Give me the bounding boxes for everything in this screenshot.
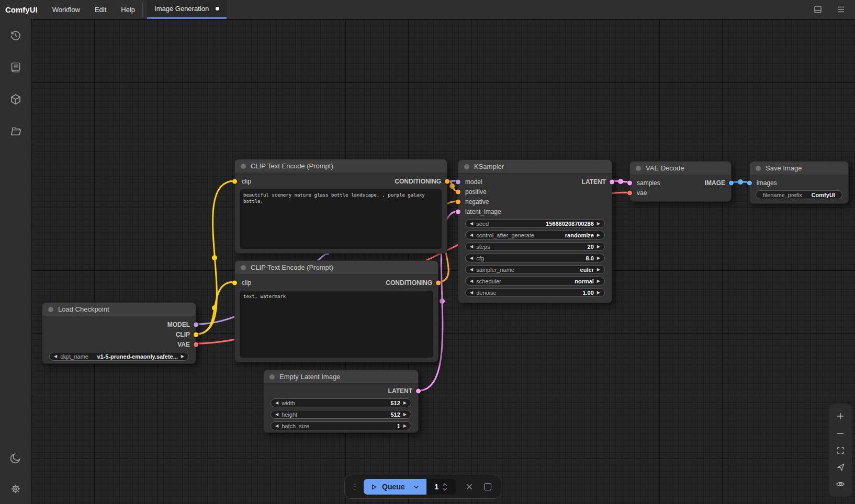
latent-output-port[interactable] [610, 179, 614, 184]
step-up-icon[interactable] [442, 483, 447, 486]
decrement-arrow-icon[interactable]: ◀ [54, 354, 57, 359]
cfg-widget[interactable]: ◀ cfg 8.0 ▶ [465, 254, 605, 262]
latent-output-port[interactable] [416, 388, 421, 393]
node-status-dot [636, 166, 641, 171]
increment-arrow-icon[interactable]: ▶ [403, 401, 407, 405]
workflows-folder-icon[interactable] [0, 115, 31, 147]
zoom-out-icon[interactable] [829, 429, 852, 438]
increment-arrow-icon[interactable]: ▶ [597, 291, 600, 295]
image-output-port[interactable] [729, 180, 734, 185]
increment-arrow-icon[interactable]: ▶ [597, 256, 600, 260]
decrement-arrow-icon[interactable]: ◀ [275, 413, 278, 417]
decrement-arrow-icon[interactable]: ◀ [470, 279, 473, 283]
increment-arrow-icon[interactable]: ▶ [597, 233, 600, 237]
output-label: CONDITIONING [386, 279, 432, 287]
node-clip-encode-negative[interactable]: CLIP Text Encode (Prompt) clip CONDITION… [234, 260, 438, 362]
vae-input-port[interactable] [627, 190, 632, 195]
decrement-arrow-icon[interactable]: ◀ [470, 233, 473, 237]
node-title: CLIP Text Encode (Prompt) [251, 264, 333, 271]
decrement-arrow-icon[interactable]: ◀ [470, 291, 473, 295]
negative-input-port[interactable] [456, 199, 460, 204]
decrement-arrow-icon[interactable]: ◀ [470, 256, 473, 260]
zoom-in-icon[interactable] [829, 411, 852, 421]
output-label: IMAGE [705, 179, 725, 187]
node-empty-latent-image[interactable]: Empty Latent Image LATENT ◀ width 512 ▶ … [263, 370, 419, 433]
clip-input-port[interactable] [232, 280, 237, 285]
app-logo[interactable]: ComfyUI [0, 0, 45, 19]
node-title: CLIP Text Encode (Prompt) [251, 162, 333, 170]
clip-input-port[interactable] [232, 179, 237, 184]
seed-widget[interactable]: ◀ seed 156680208700286 ▶ [465, 219, 605, 228]
negative-prompt-textarea[interactable]: text, watermark [240, 291, 433, 358]
input-label: positive [465, 188, 487, 196]
workflow-tab[interactable]: Image Generation [147, 0, 227, 19]
node-graph-canvas[interactable] [31, 19, 855, 504]
widget-value: 512 [390, 400, 400, 406]
positive-input-port[interactable] [456, 189, 460, 194]
steps-widget[interactable]: ◀ steps 20 ▶ [465, 242, 605, 251]
increment-arrow-icon[interactable]: ▶ [181, 354, 184, 359]
node-title: Empty Latent Image [279, 373, 340, 381]
model-input-port[interactable] [456, 179, 460, 184]
samples-input-port[interactable] [627, 180, 632, 185]
decrement-arrow-icon[interactable]: ◀ [470, 268, 473, 272]
height-widget[interactable]: ◀ height 512 ▶ [271, 410, 411, 419]
widget-value: v1-5-pruned-emaonly.safete... [97, 353, 177, 360]
menu-workflow[interactable]: Workflow [45, 0, 87, 19]
menu-help[interactable]: Help [114, 0, 142, 19]
clear-queue-icon[interactable] [465, 483, 474, 491]
step-down-icon[interactable] [442, 488, 447, 491]
decrement-arrow-icon[interactable]: ◀ [470, 245, 473, 249]
images-input-port[interactable] [747, 180, 752, 185]
menu-edit[interactable]: Edit [87, 0, 114, 19]
latent-image-input-port[interactable] [456, 209, 460, 214]
increment-arrow-icon[interactable]: ▶ [597, 245, 600, 249]
vae-output-port[interactable] [194, 342, 198, 347]
increment-arrow-icon[interactable]: ▶ [403, 413, 407, 417]
ckpt-name-widget[interactable]: ◀ ckpt_name v1-5-pruned-emaonly.safete..… [49, 352, 189, 361]
sampler-name-widget[interactable]: ◀ sampler_name euler ▶ [465, 265, 605, 274]
bottom-panel-icon[interactable] [813, 5, 823, 14]
clip-output-port[interactable] [194, 332, 198, 337]
toggle-link-visibility-eye-icon[interactable] [829, 479, 852, 489]
navigate-cursor-icon[interactable] [829, 463, 852, 472]
hamburger-menu-icon[interactable] [836, 5, 846, 14]
node-clip-encode-positive[interactable]: CLIP Text Encode (Prompt) clip CONDITION… [234, 159, 447, 254]
scheduler-widget[interactable]: ◀ scheduler normal ▶ [465, 277, 605, 285]
settings-gear-icon[interactable] [0, 474, 31, 504]
widget-value: 156680208700286 [546, 221, 594, 227]
unsaved-dot-icon [216, 7, 219, 10]
decrement-arrow-icon[interactable]: ◀ [470, 222, 473, 226]
decrement-arrow-icon[interactable]: ◀ [275, 424, 278, 428]
queue-history-icon[interactable] [0, 19, 31, 51]
node-library-icon[interactable] [0, 51, 31, 83]
interrupt-stop-icon[interactable] [484, 483, 491, 490]
conditioning-output-port[interactable] [445, 179, 449, 184]
batch-count-input[interactable]: 1 [426, 479, 456, 495]
increment-arrow-icon[interactable]: ▶ [403, 424, 407, 428]
fit-view-icon[interactable] [829, 446, 852, 455]
output-label: MODEL [167, 321, 190, 328]
queue-button[interactable]: Queue [364, 479, 426, 495]
denoise-widget[interactable]: ◀ denoise 1.00 ▶ [465, 288, 605, 297]
drag-handle-icon[interactable]: ⋮ [351, 482, 358, 491]
node-save-image[interactable]: Save Image images filename_prefix ComfyU… [749, 161, 849, 204]
control-after-generate-widget[interactable]: ◀ control_after_generate randomize ▶ [465, 231, 605, 239]
widget-name: denoise [476, 290, 497, 296]
increment-arrow-icon[interactable]: ▶ [597, 279, 600, 283]
theme-toggle-moon-icon[interactable] [0, 442, 31, 474]
increment-arrow-icon[interactable]: ▶ [597, 222, 600, 226]
node-status-dot [464, 164, 469, 169]
node-load-checkpoint[interactable]: Load Checkpoint MODEL CLIP VAE ◀ ckpt_na… [42, 302, 196, 364]
width-widget[interactable]: ◀ width 512 ▶ [271, 398, 411, 407]
model-output-port[interactable] [194, 322, 198, 327]
node-ksampler[interactable]: KSampler model LATENT positive negative … [458, 159, 612, 303]
batch-size-widget[interactable]: ◀ batch_size 1 ▶ [271, 421, 411, 430]
model-library-icon[interactable] [0, 83, 31, 115]
filename-prefix-widget[interactable]: filename_prefix ComfyUI [756, 190, 842, 199]
node-vae-decode[interactable]: VAE Decode samples IMAGE vae [629, 161, 732, 202]
increment-arrow-icon[interactable]: ▶ [597, 268, 600, 272]
conditioning-output-port[interactable] [436, 280, 441, 285]
positive-prompt-textarea[interactable]: beautiful scenery nature glass bottle la… [240, 189, 442, 249]
decrement-arrow-icon[interactable]: ◀ [275, 401, 278, 405]
